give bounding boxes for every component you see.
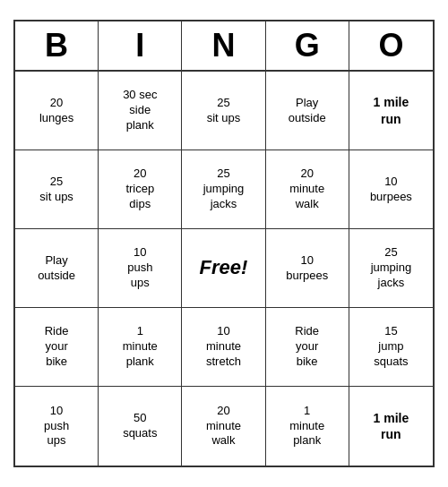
bingo-cell-4: 1 milerun [349,72,433,150]
bingo-cell-16: 1minuteplank [99,308,182,387]
header-letter-G: G [266,21,349,70]
bingo-cell-6: 20tricepdips [99,150,182,229]
header-letter-I: I [99,21,182,70]
bingo-cell-21: 50squats [99,387,182,466]
bingo-cell-13: 10burpees [266,229,349,308]
bingo-cell-11: 10pushups [99,229,182,308]
bingo-cell-20: 10pushups [15,387,99,466]
bingo-card: BINGO 20lunges30 secsideplank25sit upsPl… [13,20,435,467]
bingo-cell-1: 30 secsideplank [99,72,182,150]
bingo-cell-14: 25jumpingjacks [349,229,433,308]
bingo-cell-17: 10minutestretch [182,308,265,387]
bingo-cell-24: 1 milerun [349,387,433,466]
bingo-cell-22: 20minutewalk [182,387,265,466]
bingo-cell-7: 25jumpingjacks [182,150,265,229]
bingo-cell-5: 25sit ups [15,150,99,229]
bingo-grid: 20lunges30 secsideplank25sit upsPlayouts… [15,72,433,466]
bingo-cell-18: Rideyourbike [266,308,349,387]
header-letter-N: N [182,21,265,70]
bingo-cell-23: 1minuteplank [266,387,349,466]
bingo-header: BINGO [15,21,433,72]
bingo-cell-3: Playoutside [266,72,349,150]
bingo-cell-2: 25sit ups [182,72,265,150]
bingo-cell-0: 20lunges [15,72,99,150]
bingo-cell-8: 20minutewalk [266,150,349,229]
free-cell: Free! [182,229,265,308]
bingo-cell-9: 10burpees [349,150,433,229]
bingo-cell-10: Playoutside [15,229,99,308]
bingo-cell-15: Rideyourbike [15,308,99,387]
bingo-cell-19: 15jumpsquats [349,308,433,387]
header-letter-O: O [349,21,433,70]
header-letter-B: B [15,21,99,70]
